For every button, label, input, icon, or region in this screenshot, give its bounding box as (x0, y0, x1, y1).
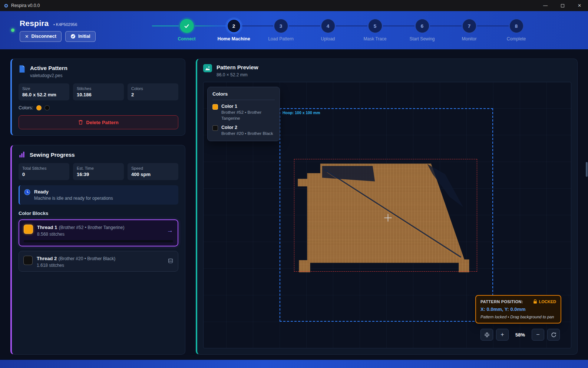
document-icon (19, 65, 26, 73)
serial-number: K4P502956 (56, 22, 77, 27)
stat-speed: Speed 400 spm (128, 163, 178, 180)
sewing-progress-card: Sewing Progress Total Stitches 0 Est. Ti… (10, 145, 185, 355)
thread-block-2[interactable]: Thread 2 (Brother #20 • Brother Black) 1… (19, 251, 178, 272)
card-title: Sewing Progress (30, 152, 75, 158)
thread-block-1[interactable]: Thread 1 (Brother #52 • Brother Tangerin… (19, 219, 178, 246)
minus-icon: − (536, 331, 539, 338)
step-connect[interactable]: Connect (163, 19, 210, 42)
window-title: Respira v0.0.0 (11, 3, 40, 8)
lock-icon (533, 299, 537, 304)
main-content: Active Pattern valetudogv2.pes Size 86.0… (0, 49, 588, 360)
legend-item-2: Color 2 Brother #20 • Brother Black (212, 125, 275, 137)
zoom-controls: + 58% − (480, 329, 560, 341)
step-label: Complete (507, 36, 526, 42)
step-complete-circle: 8 (509, 19, 523, 33)
colors-label: Colors: (19, 105, 33, 110)
close-button[interactable]: ✕ (571, 0, 588, 11)
workflow-stepper: Connect 2 Home Machine 3 Load Pattern 4 … (163, 19, 540, 42)
step-monitor-circle: 7 (462, 19, 476, 33)
refresh-icon (551, 332, 556, 338)
step-upload[interactable]: 4 Upload (304, 19, 351, 42)
scrollbar-thumb[interactable] (586, 162, 588, 177)
zoom-in-button[interactable]: + (496, 329, 509, 341)
step-label: Mask Trace (363, 36, 386, 42)
hoop-label: Hoop: 100 x 100 mm (283, 110, 320, 115)
app-name: Respira (20, 19, 49, 27)
preview-dimensions: 86.0 × 52.2 mm (217, 72, 258, 77)
step-load-pattern[interactable]: 3 Load Pattern (257, 19, 304, 42)
card-title: Active Pattern (30, 65, 67, 71)
fit-view-button[interactable] (480, 329, 493, 341)
active-pattern-card: Active Pattern valetudogv2.pes Size 86.0… (10, 59, 185, 136)
pattern-bounds (294, 159, 477, 272)
step-connect-circle (180, 19, 194, 33)
step-monitor[interactable]: 7 Monitor (446, 19, 493, 42)
check-icon (184, 23, 190, 29)
check-circle-icon (70, 34, 76, 39)
preview-canvas[interactable]: Hoop: 100 x 100 mm Colors Color 1 Brothe… (203, 82, 571, 348)
maximize-icon (561, 4, 564, 7)
color-dot-2 (44, 105, 50, 110)
step-label: Upload (321, 36, 335, 42)
fit-view-icon (484, 332, 490, 338)
right-column: Pattern Preview 86.0 × 52.2 mm (196, 59, 578, 355)
position-coordinates: X: 0.0mm, Y: 0.0mm (480, 306, 556, 312)
maximize-button[interactable] (554, 0, 571, 11)
clock-icon (24, 189, 30, 195)
legend-item-1: Color 1 Brother #52 • Brother Tangerine (212, 104, 275, 121)
initial-button[interactable]: Initial (65, 31, 96, 42)
position-title: PATTERN POSITION: (480, 299, 523, 304)
status-message: Machine is idle and ready for operations (34, 196, 113, 201)
step-load-pattern-circle: 3 (274, 19, 288, 33)
zoom-out-button[interactable]: − (532, 329, 544, 341)
step-label: Start Sewing (409, 36, 435, 42)
legend-swatch-1 (212, 104, 218, 110)
footer-bar (0, 360, 588, 368)
locked-badge: LOCKED (533, 299, 556, 304)
machine-status-box: Ready Machine is idle and ready for oper… (19, 185, 178, 205)
step-label: Home Machine (217, 36, 250, 42)
left-column: Active Pattern valetudogv2.pes Size 86.0… (10, 59, 185, 355)
connection-status-dot (11, 29, 14, 32)
plus-icon: + (501, 331, 504, 338)
arrow-right-icon: → (167, 227, 173, 234)
pattern-preview-card: Pattern Preview 86.0 × 52.2 mm (196, 59, 578, 355)
legend-title: Colors (212, 91, 275, 100)
disconnect-button[interactable]: ✕ Disconnect (20, 31, 62, 42)
step-mask-trace[interactable]: 5 Mask Trace (351, 19, 399, 42)
pattern-position-panel: PATTERN POSITION: LOCKED X: 0.0mm, Y: 0.… (475, 295, 561, 324)
stat-total-stitches: Total Stitches 0 (19, 163, 69, 180)
x-icon: ✕ (25, 34, 29, 39)
pattern-filename: valetudogv2.pes (30, 73, 67, 78)
step-home-machine-circle: 2 (227, 19, 241, 33)
step-start-sewing-circle: 6 (415, 19, 429, 33)
stat-size: Size 86.0 x 52.2 mm (19, 83, 69, 100)
layers-icon (168, 258, 174, 265)
step-mask-trace-circle: 5 (368, 19, 382, 33)
step-home-machine[interactable]: 2 Home Machine (210, 19, 257, 42)
initial-label: Initial (78, 34, 90, 39)
bar-chart-icon (19, 151, 25, 158)
position-hint: Pattern locked • Drag background to pan (480, 315, 556, 319)
minimize-button[interactable]: — (537, 0, 554, 11)
trash-icon (78, 120, 83, 125)
legend-swatch-2 (212, 125, 218, 131)
step-label: Monitor (462, 36, 476, 42)
serial-bullet: • (53, 22, 55, 27)
thread-1-swatch (24, 225, 33, 234)
step-complete[interactable]: 8 Complete (493, 19, 540, 42)
app-window: Respira v0.0.0 — ✕ Respira • K4P502956 ✕… (0, 0, 588, 368)
status-title: Ready (34, 189, 113, 195)
step-start-sewing[interactable]: 6 Start Sewing (399, 19, 446, 42)
disconnect-label: Disconnect (31, 34, 56, 39)
app-header: Respira • K4P502956 ✕ Disconnect Initial (0, 11, 588, 49)
stat-est-time: Est. Time 16:39 (73, 163, 124, 180)
zoom-level: 58% (512, 332, 529, 338)
delete-pattern-button[interactable]: Delete Pattern (19, 115, 178, 129)
color-legend: Colors Color 1 Brother #52 • Brother Tan… (207, 87, 280, 141)
image-icon (203, 64, 212, 72)
stat-stitches: Stitches 10.186 (73, 83, 124, 100)
reset-view-button[interactable] (547, 329, 560, 341)
color-dot-1 (36, 105, 42, 110)
titlebar: Respira v0.0.0 — ✕ (0, 0, 588, 11)
